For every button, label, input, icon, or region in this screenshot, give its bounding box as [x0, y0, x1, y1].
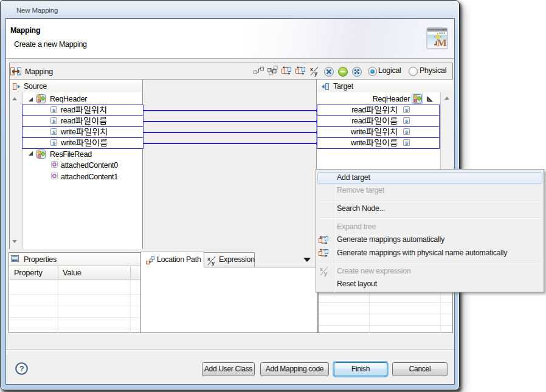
svg-text:x: x: [320, 266, 323, 272]
svg-text:?: ?: [19, 364, 24, 373]
svg-text:x: x: [207, 256, 210, 262]
svg-text:y: y: [314, 70, 317, 77]
svg-text:s: s: [52, 118, 55, 124]
svg-text:s: s: [405, 129, 408, 135]
svg-text:s: s: [52, 129, 55, 135]
svg-text:y: y: [324, 270, 327, 277]
svg-text:s: s: [52, 140, 55, 146]
svg-text:s: s: [405, 118, 408, 124]
svg-text:s: s: [405, 140, 408, 146]
svg-text:x: x: [310, 66, 313, 72]
svg-text:y: y: [212, 260, 215, 266]
svg-text:s: s: [52, 107, 55, 113]
svg-text:M: M: [437, 36, 448, 49]
svg-text:s: s: [405, 107, 408, 113]
